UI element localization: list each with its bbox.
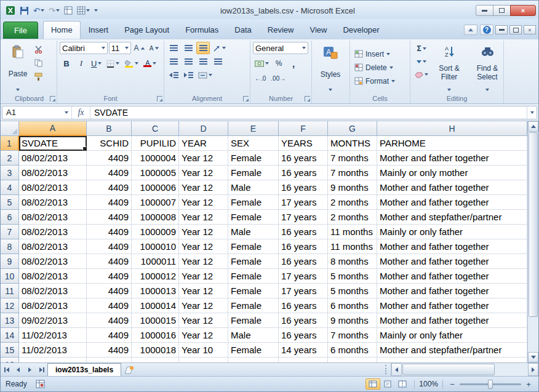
- cell-H11[interactable]: Mother and father together: [377, 284, 527, 298]
- cell-D7[interactable]: Year 12: [179, 225, 228, 239]
- cell-A4[interactable]: 08/02/2013: [19, 180, 87, 195]
- cell-D4[interactable]: Year 12: [179, 180, 228, 195]
- macro-record-icon[interactable]: [36, 380, 45, 388]
- cell-H12[interactable]: Mother and father together: [377, 298, 527, 313]
- borders-button[interactable]: [105, 57, 121, 70]
- minimize-ribbon-button[interactable]: [464, 25, 477, 35]
- decrease-indent-button[interactable]: [167, 69, 180, 81]
- align-left-button[interactable]: [167, 55, 180, 68]
- formula-input[interactable]: SVDATE: [90, 106, 527, 119]
- row-header-4[interactable]: 4: [1, 180, 19, 195]
- horizontal-scroll-thumb[interactable]: [402, 364, 495, 375]
- cell-E9[interactable]: Female: [228, 254, 279, 269]
- cell-F13[interactable]: 16 years: [279, 313, 328, 328]
- cell-A13[interactable]: 09/02/2013: [19, 313, 87, 328]
- underline-button[interactable]: U: [89, 57, 103, 70]
- cell-H4[interactable]: Mother and father together: [377, 180, 527, 195]
- font-color-button[interactable]: A: [142, 57, 158, 70]
- row-header-6[interactable]: 6: [1, 210, 19, 225]
- cell-H10[interactable]: Mother and father together: [377, 269, 527, 284]
- cell-H6[interactable]: Mother and stepfather/partner: [377, 210, 527, 225]
- find-select-button[interactable]: Find & Select: [468, 42, 506, 93]
- previous-sheet-button[interactable]: [12, 363, 24, 376]
- cell-B14[interactable]: 4409: [87, 328, 132, 343]
- minimize-button[interactable]: [476, 5, 493, 16]
- accounting-format-button[interactable]: [253, 57, 271, 70]
- tab-formulas[interactable]: Formulas: [177, 21, 226, 39]
- cell-D11[interactable]: Year 12: [179, 284, 228, 298]
- cell-F2[interactable]: 16 years: [279, 151, 328, 166]
- cell-B11[interactable]: 4409: [87, 284, 132, 298]
- cell-C15[interactable]: 1000018: [132, 343, 179, 358]
- copy-button[interactable]: [31, 57, 45, 69]
- cell-B4[interactable]: 4409: [87, 180, 132, 195]
- cell-E11[interactable]: Female: [228, 284, 279, 298]
- column-header-C[interactable]: C: [132, 121, 179, 136]
- tab-view[interactable]: View: [301, 21, 335, 39]
- cell-B2[interactable]: 4409: [87, 151, 132, 166]
- bold-button[interactable]: B: [60, 57, 73, 70]
- help-button[interactable]: ?: [480, 25, 493, 35]
- delete-cells-button[interactable]: Delete: [353, 61, 407, 74]
- cell-H14[interactable]: Mainly or only father: [377, 328, 527, 343]
- cell-B5[interactable]: 4409: [87, 195, 132, 210]
- sort-filter-button[interactable]: AZ Sort & Filter: [430, 42, 468, 93]
- cell-G12[interactable]: 6 months: [328, 298, 377, 313]
- restore-button[interactable]: [493, 5, 511, 16]
- tab-developer[interactable]: Developer: [335, 21, 387, 39]
- scroll-down-button[interactable]: [528, 352, 538, 362]
- row-header-15[interactable]: 15: [1, 343, 19, 358]
- cell-C10[interactable]: 1000012: [132, 269, 179, 284]
- cell-F11[interactable]: 17 years: [279, 284, 328, 298]
- cell-D12[interactable]: Year 12: [179, 298, 228, 313]
- increase-indent-button[interactable]: [182, 69, 195, 81]
- tab-home[interactable]: Home: [43, 21, 81, 39]
- cell-E5[interactable]: Female: [228, 195, 279, 210]
- row-header-11[interactable]: 11: [1, 284, 19, 298]
- row-header-9[interactable]: 9: [1, 254, 19, 269]
- cell-A14[interactable]: 11/02/2013: [19, 328, 87, 343]
- insert-function-button[interactable]: fx: [72, 106, 90, 119]
- cell-G4[interactable]: 9 months: [328, 180, 377, 195]
- cell-G15[interactable]: 6 months: [328, 343, 377, 358]
- cell-C2[interactable]: 1000004: [132, 151, 179, 166]
- format-cells-button[interactable]: Format: [353, 74, 407, 87]
- cell-A7[interactable]: 08/02/2013: [19, 225, 87, 239]
- cell-F1[interactable]: YEARS: [279, 136, 328, 151]
- row-header-16[interactable]: 16: [1, 358, 19, 362]
- cell-C4[interactable]: 1000006: [132, 180, 179, 195]
- decrease-decimal-button[interactable]: .00→: [269, 72, 287, 84]
- cell-F7[interactable]: 16 years: [279, 225, 328, 239]
- cell-E2[interactable]: Female: [228, 151, 279, 166]
- cell-F9[interactable]: 16 years: [279, 254, 328, 269]
- cell-B6[interactable]: 4409: [87, 210, 132, 225]
- cell-H13[interactable]: Mother and father together: [377, 313, 527, 328]
- workbook-minimize-button[interactable]: [495, 25, 508, 34]
- cell-B15[interactable]: 4409: [87, 343, 132, 358]
- cell-G5[interactable]: 2 months: [328, 195, 377, 210]
- next-sheet-button[interactable]: [24, 363, 36, 376]
- scroll-right-button[interactable]: [528, 363, 538, 376]
- column-header-H[interactable]: H: [377, 121, 527, 136]
- tab-insert[interactable]: Insert: [81, 21, 117, 39]
- wrap-text-button[interactable]: [211, 55, 225, 68]
- qat-custom-button-2[interactable]: [76, 6, 91, 15]
- last-sheet-button[interactable]: [36, 363, 47, 376]
- cell-H2[interactable]: Mother and father together: [377, 151, 527, 166]
- cell-G2[interactable]: 7 months: [328, 151, 377, 166]
- horizontal-scroll-track[interactable]: [402, 363, 528, 376]
- cell-F16[interactable]: [279, 358, 328, 362]
- cell-E4[interactable]: Male: [228, 180, 279, 195]
- cell-C7[interactable]: 1000009: [132, 225, 179, 239]
- alignment-dialog-launcher[interactable]: [243, 96, 249, 102]
- cell-F4[interactable]: 16 years: [279, 180, 328, 195]
- cell-B9[interactable]: 4409: [87, 254, 132, 269]
- cell-D16[interactable]: [179, 358, 228, 362]
- tab-file[interactable]: File: [3, 22, 38, 39]
- percent-style-button[interactable]: %: [272, 57, 285, 70]
- cell-A12[interactable]: 08/02/2013: [19, 298, 87, 313]
- vertical-scrollbar[interactable]: [527, 121, 538, 362]
- cell-H3[interactable]: Mainly or only mother: [377, 166, 527, 180]
- cell-G7[interactable]: 11 months: [328, 225, 377, 239]
- insert-worksheet-button[interactable]: [121, 363, 137, 376]
